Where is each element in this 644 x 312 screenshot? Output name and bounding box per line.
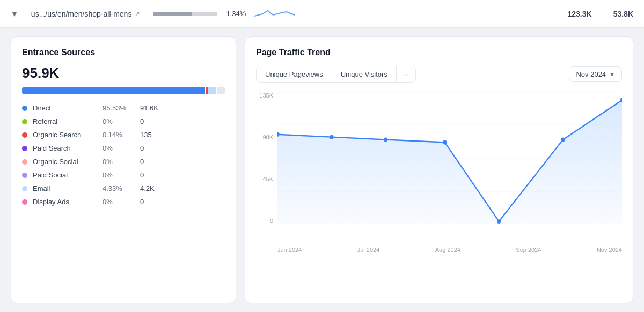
- source-item-referral: Referral 0% 0: [22, 117, 225, 125]
- x-label-sep2024: Sep 2024: [516, 247, 541, 253]
- y-label-0: 0: [256, 218, 273, 224]
- date-label: Nov 2024: [576, 70, 606, 78]
- bar-segment-email: [208, 87, 216, 94]
- trend-header: Page Traffic Trend: [256, 48, 622, 57]
- x-label-aug2024: Aug 2024: [435, 247, 460, 253]
- bar-segment-other: [217, 87, 225, 94]
- stat-1: 123.3K: [567, 10, 591, 18]
- source-name-email: Email: [33, 184, 97, 192]
- stacked-bar: [22, 87, 225, 94]
- source-item-paid-search: Paid Search 0% 0: [22, 144, 225, 152]
- source-percent-direct: 95.53%: [103, 104, 135, 112]
- source-percent-referral: 0%: [103, 117, 135, 125]
- source-value-paid-search: 0: [140, 144, 144, 152]
- percent-label: 1.34%: [226, 10, 246, 18]
- sparkline-chart: [254, 6, 297, 21]
- source-percent-organic-search: 0.14%: [103, 131, 135, 139]
- source-list: Direct 95.53% 91.6K Referral 0% 0 Organi…: [22, 104, 225, 206]
- chart-point-aug2: [443, 140, 447, 145]
- source-percent-email: 4.33%: [103, 184, 135, 192]
- source-item-email: Email 4.33% 4.2K: [22, 184, 225, 192]
- source-value-display-ads: 0: [140, 198, 144, 206]
- y-label-135k: 135K: [256, 92, 273, 99]
- chart-point-aug: [384, 138, 387, 142]
- source-value-paid-social: 0: [140, 171, 144, 179]
- top-bar: ▼ us.../us/en/men/shop-all-mens ↗ 1.34% …: [0, 0, 644, 28]
- source-dot-display-ads: [22, 199, 27, 205]
- source-item-display-ads: Display Ads 0% 0: [22, 198, 225, 206]
- progress-container: 1.34%: [153, 6, 554, 21]
- bar-segment-direct: [22, 87, 205, 94]
- chart-point-sep: [497, 219, 501, 224]
- source-percent-organic-social: 0%: [103, 158, 135, 166]
- tab-unique-visitors[interactable]: Unique Visitors: [332, 66, 396, 82]
- source-name-referral: Referral: [33, 117, 97, 125]
- entrance-sources-title: Entrance Sources: [22, 48, 225, 57]
- chart-area: [277, 100, 622, 224]
- source-dot-referral: [22, 119, 27, 124]
- chart-point-jul: [330, 135, 333, 139]
- main-content: Entrance Sources 95.9K Direct 95.53% 91.…: [0, 28, 644, 312]
- source-dot-direct: [22, 106, 27, 111]
- source-dot-organic-search: [22, 132, 27, 138]
- line-chart-svg: [277, 92, 622, 224]
- trend-tabs: Unique Pageviews Unique Visitors ···: [256, 66, 416, 83]
- stats-container: 123.3K 53.8K: [567, 10, 633, 18]
- chart-container: 135K 90K 45K 0: [256, 92, 622, 253]
- source-value-referral: 0: [140, 117, 144, 125]
- x-label-jun2024: Jun 2024: [277, 247, 302, 253]
- bar-segment-organic: [206, 87, 208, 94]
- source-name-organic-social: Organic Social: [33, 158, 97, 166]
- tab-more[interactable]: ···: [396, 66, 415, 82]
- stat-2: 53.8K: [613, 10, 633, 18]
- entrance-sources-card: Entrance Sources 95.9K Direct 95.53% 91.…: [11, 36, 236, 303]
- source-name-paid-social: Paid Social: [33, 171, 97, 179]
- tab-unique-pageviews[interactable]: Unique Pageviews: [257, 66, 332, 82]
- source-item-paid-social: Paid Social 0% 0: [22, 171, 225, 179]
- url-display: us.../us/en/men/shop-all-mens ↗: [31, 10, 141, 18]
- date-selector[interactable]: Nov 2024 ▼: [569, 66, 622, 82]
- source-value-direct: 91.6K: [140, 104, 158, 112]
- entrance-sources-total: 95.9K: [22, 65, 225, 81]
- source-name-display-ads: Display Ads: [33, 198, 97, 206]
- url-text: us.../us/en/men/shop-all-mens: [31, 10, 132, 18]
- source-value-organic-search: 135: [140, 131, 152, 139]
- source-value-email: 4.2K: [140, 184, 155, 192]
- source-value-organic-social: 0: [140, 158, 144, 166]
- source-item-organic-search: Organic Search 0.14% 135: [22, 131, 225, 139]
- source-item-organic-social: Organic Social 0% 0: [22, 158, 225, 166]
- source-dot-organic-social: [22, 159, 27, 165]
- source-name-organic-search: Organic Search: [33, 131, 97, 139]
- chevron-icon[interactable]: ▼: [11, 10, 18, 18]
- y-label-45k: 45K: [256, 176, 273, 182]
- progress-bar: [153, 12, 217, 16]
- x-label-nov2024: Nov 2024: [597, 247, 622, 253]
- chevron-down-icon: ▼: [609, 71, 615, 78]
- trend-card-title: Page Traffic Trend: [256, 48, 331, 57]
- source-dot-paid-social: [22, 173, 27, 178]
- source-percent-paid-social: 0%: [103, 171, 135, 179]
- source-name-direct: Direct: [33, 104, 97, 112]
- source-dot-paid-search: [22, 146, 27, 151]
- y-label-90k: 90K: [256, 134, 273, 140]
- progress-fill: [153, 12, 192, 16]
- source-item-direct: Direct 95.53% 91.6K: [22, 104, 225, 112]
- source-percent-paid-search: 0%: [103, 144, 135, 152]
- chart-point-oct: [561, 138, 565, 142]
- external-link-icon[interactable]: ↗: [135, 10, 140, 18]
- source-dot-email: [22, 186, 27, 191]
- traffic-trend-card: Page Traffic Trend Unique Pageviews Uniq…: [245, 36, 633, 303]
- source-name-paid-search: Paid Search: [33, 144, 97, 152]
- source-percent-display-ads: 0%: [103, 198, 135, 206]
- x-label-jul2024: Jul 2024: [357, 247, 380, 253]
